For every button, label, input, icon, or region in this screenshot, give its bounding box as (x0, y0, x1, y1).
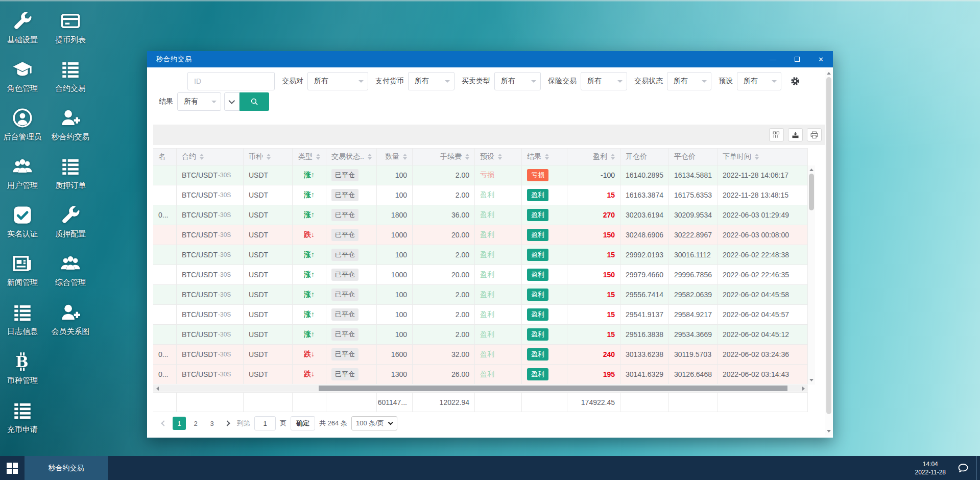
action-center-button[interactable] (952, 456, 974, 480)
desktop-icon-新闻管理[interactable]: 新闻管理 (0, 252, 47, 287)
goto-page-input[interactable] (254, 416, 276, 430)
table-row[interactable]: BTC/USDT-30SUSDT涨↑已平仓1002.00盈利盈利1529556.… (153, 285, 808, 305)
desktop-icon-币种管理[interactable]: B币种管理 (0, 350, 47, 386)
sort-icon[interactable] (611, 154, 615, 160)
sort-icon[interactable] (403, 154, 407, 160)
table-row[interactable]: 0...BTC/USDT-30SUSDT跌↓已平仓130026.00盈利盈利19… (153, 365, 808, 385)
table-row[interactable]: 0...BTC/USDT-30SUSDT涨↑已平仓180036.00盈利盈利27… (153, 205, 808, 225)
horizontal-scrollbar-thumb[interactable] (319, 386, 787, 391)
scroll-down-arrow[interactable] (825, 429, 832, 436)
table-row[interactable]: 0...BTC/USDT-30SUSDT跌↓已平仓160032.00盈利盈利24… (153, 345, 808, 365)
confirm-page-button[interactable]: 确定 (291, 416, 315, 430)
desktop-icon-后台管理员[interactable]: 后台管理员 (0, 107, 47, 142)
printer-button[interactable] (807, 128, 822, 141)
close-button[interactable]: ✕ (809, 51, 833, 67)
column-header-preset[interactable]: 预设 (475, 149, 522, 165)
table-row[interactable]: BTC/USDT-30SUSDT涨↑已平仓100020.00盈利盈利150299… (153, 265, 808, 285)
maximize-button[interactable] (785, 51, 809, 67)
table-row[interactable]: BTC/USDT-30SUSDT涨↑已平仓1002.00盈利盈利1529992.… (153, 245, 808, 265)
desktop-icon-实名认证[interactable]: 实名认证 (0, 204, 47, 239)
column-header-profit[interactable]: 盈利 (567, 149, 620, 165)
filter-select-0[interactable]: 所有 (307, 72, 368, 90)
column-header-status[interactable]: 交易状态.. (326, 149, 377, 165)
page-button-3[interactable]: 3 (205, 417, 219, 430)
filter-select-2[interactable]: 所有 (494, 72, 541, 90)
minimize-button[interactable]: — (761, 51, 785, 67)
filter-settings-button[interactable] (787, 73, 803, 89)
window-vertical-scrollbar[interactable] (825, 69, 832, 436)
export-button[interactable] (788, 128, 803, 141)
sort-icon[interactable] (545, 154, 549, 160)
desktop-icon-质押订单[interactable]: 质押订单 (46, 155, 95, 190)
column-header-coin[interactable]: 币种 (244, 149, 293, 165)
filter-select-3[interactable]: 所有 (581, 72, 627, 90)
show-desktop-button[interactable] (977, 456, 980, 480)
type-badge: 跌↓ (304, 370, 315, 379)
page-button-2[interactable]: 2 (189, 417, 202, 430)
type-badge: 涨↑ (304, 210, 315, 220)
prev-page-button[interactable] (158, 417, 170, 430)
table-row[interactable]: BTC/USDT-30SUSDT涨↑已平仓1002.00亏损亏损-1001614… (153, 165, 808, 185)
table-row[interactable]: BTC/USDT-30SUSDT涨↑已平仓1002.00盈利盈利1516163.… (153, 185, 808, 205)
filter-select-1[interactable]: 所有 (408, 72, 455, 90)
desktop-icon-label: 后台管理员 (4, 132, 42, 142)
scroll-up-arrow[interactable] (825, 69, 832, 76)
sort-icon[interactable] (200, 154, 204, 160)
page-button-1[interactable]: 1 (173, 417, 186, 430)
expand-filters-button[interactable] (224, 92, 240, 111)
contract-suffix: -30S (218, 291, 231, 298)
type-badge: 涨↑ (304, 330, 315, 339)
column-header-qty[interactable]: 数量 (377, 149, 413, 165)
filter-select-5[interactable]: 所有 (737, 72, 781, 90)
start-button[interactable] (0, 456, 25, 480)
table-row[interactable]: BTC/USDT-30SUSDT跌↓已平仓100020.00盈利盈利150302… (153, 225, 808, 245)
sort-icon[interactable] (267, 154, 271, 160)
desktop-icon-秒合约交易[interactable]: 秒合约交易 (46, 107, 95, 142)
desktop-icon-综合管理[interactable]: 综合管理 (46, 252, 95, 287)
desktop-icon-提币列表[interactable]: 提币列表 (46, 10, 95, 45)
table-row[interactable]: BTC/USDT-30SUSDT涨↑已平仓1002.00盈利盈利1529516.… (153, 325, 808, 345)
desktop-icon-会员关系图[interactable]: 会员关系图 (46, 301, 95, 337)
id-input[interactable] (187, 72, 275, 90)
scroll-left-arrow[interactable] (153, 385, 160, 392)
window-titlebar[interactable]: 秒合约交易 — ✕ (147, 51, 833, 67)
search-button[interactable] (240, 92, 269, 111)
result-select[interactable]: 所有 (177, 92, 221, 111)
sort-icon[interactable] (368, 154, 372, 160)
taskbar-item-active-app[interactable]: 秒合约交易 (25, 456, 108, 480)
column-header-type[interactable]: 类型 (293, 149, 326, 165)
scroll-down-arrow[interactable] (808, 378, 815, 385)
taskbar-clock[interactable]: 14:04 2022-11-28 (909, 460, 952, 476)
desktop-icon-日志信息[interactable]: 日志信息 (0, 301, 47, 337)
cell-user (153, 225, 177, 245)
cell-type: 涨↑ (293, 165, 326, 185)
page-size-select[interactable]: 100 条/页 (351, 416, 397, 430)
sort-icon[interactable] (498, 154, 502, 160)
desktop-icon-质押配置[interactable]: 质押配置 (46, 204, 95, 239)
type-badge: 涨↑ (304, 290, 315, 299)
sort-icon[interactable] (465, 154, 469, 160)
column-header-contract[interactable]: 合约 (177, 149, 244, 165)
sort-icon[interactable] (316, 154, 320, 160)
horizontal-scrollbar[interactable] (153, 385, 808, 392)
vertical-scrollbar-thumb[interactable] (809, 174, 814, 210)
desktop-icon-角色管理[interactable]: 角色管理 (0, 58, 47, 93)
desktop-icon-合约交易[interactable]: 合约交易 (46, 58, 95, 93)
cell-coin: USDT (244, 185, 293, 205)
window-scrollbar-thumb[interactable] (826, 77, 831, 414)
scroll-right-arrow[interactable] (801, 385, 808, 392)
columns-button[interactable] (769, 128, 784, 141)
table-row[interactable]: BTC/USDT-30SUSDT涨↑已平仓1002.00盈利盈利1529541.… (153, 305, 808, 325)
column-header-result[interactable]: 结果 (522, 149, 567, 165)
sort-icon[interactable] (755, 154, 759, 160)
desktop-icon-充币申请[interactable]: 充币申请 (0, 399, 47, 435)
next-page-button[interactable] (222, 417, 233, 430)
column-header-time[interactable]: 下单时间 (718, 149, 808, 165)
desktop-icon-基础设置[interactable]: 基础设置 (0, 10, 47, 45)
desktop-icon-用户管理[interactable]: 用户管理 (0, 155, 47, 190)
column-header-fee[interactable]: 手续费 (413, 149, 475, 165)
table-vertical-scrollbar[interactable] (808, 165, 815, 385)
filter-select-4[interactable]: 所有 (667, 72, 711, 90)
scroll-up-arrow[interactable] (808, 165, 815, 172)
maximize-icon (795, 57, 800, 62)
